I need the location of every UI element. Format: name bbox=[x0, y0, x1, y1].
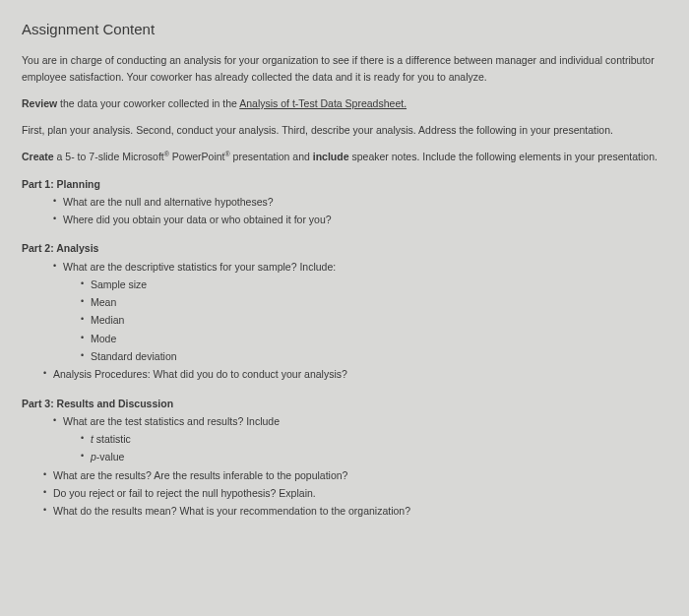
part-1-title: Part 1: Planning bbox=[22, 176, 667, 192]
plan-paragraph: First, plan your analysis. Second, condu… bbox=[22, 122, 667, 138]
intro-paragraph: You are in charge of conducting an analy… bbox=[22, 52, 667, 85]
p-value-label: p bbox=[91, 451, 96, 462]
list-item: p-value bbox=[81, 449, 667, 464]
list-item: t statistic bbox=[81, 431, 667, 447]
list-item: Mode bbox=[81, 331, 667, 346]
list-item: Where did you obtain your data or who ob… bbox=[53, 212, 667, 227]
create-text-3: presentation and bbox=[230, 151, 313, 162]
list-item: Do you reject or fail to reject the null… bbox=[43, 485, 667, 501]
create-bold: Create bbox=[22, 151, 54, 162]
spreadsheet-link[interactable]: Analysis of t-Test Data Spreadsheet. bbox=[239, 97, 407, 109]
part-2-title: Part 2: Analysis bbox=[22, 240, 667, 256]
list-item: Analysis Procedures: What did you do to … bbox=[43, 366, 667, 382]
part-3-block: Part 3: Results and Discussion What are … bbox=[22, 396, 667, 520]
list-item: What do the results mean? What is your r… bbox=[43, 503, 667, 519]
list-item: Standard deviation bbox=[81, 348, 667, 364]
review-text: the data your coworker collected in the bbox=[57, 97, 239, 109]
review-bold: Review bbox=[22, 97, 57, 109]
list-item: What are the results? Are the results in… bbox=[43, 467, 667, 483]
part-1-block: Part 1: Planning What are the null and a… bbox=[22, 176, 667, 228]
list-item: What are the null and alternative hypoth… bbox=[53, 194, 667, 210]
list-item: Sample size bbox=[81, 277, 667, 292]
create-text-1: a 5- to 7-slide Microsoft bbox=[54, 151, 164, 162]
create-paragraph: Create a 5- to 7-slide Microsoft® PowerP… bbox=[22, 149, 667, 164]
t-stat-label: t bbox=[91, 433, 96, 445]
list-item: What are the descriptive statistics for … bbox=[53, 259, 667, 275]
create-text-end: speaker notes. Include the following ele… bbox=[349, 151, 658, 162]
create-text-2: PowerPoint bbox=[169, 151, 225, 162]
part-2-block: Part 2: Analysis What are the descriptiv… bbox=[22, 240, 667, 382]
page-title: Assignment Content bbox=[22, 18, 667, 40]
review-paragraph: Review the data your coworker collected … bbox=[22, 95, 667, 111]
list-item: What are the test statistics and results… bbox=[53, 413, 667, 429]
include-bold: include bbox=[313, 151, 349, 162]
list-item: Median bbox=[81, 312, 667, 328]
part-3-title: Part 3: Results and Discussion bbox=[22, 396, 667, 411]
list-item: Mean bbox=[81, 294, 667, 310]
